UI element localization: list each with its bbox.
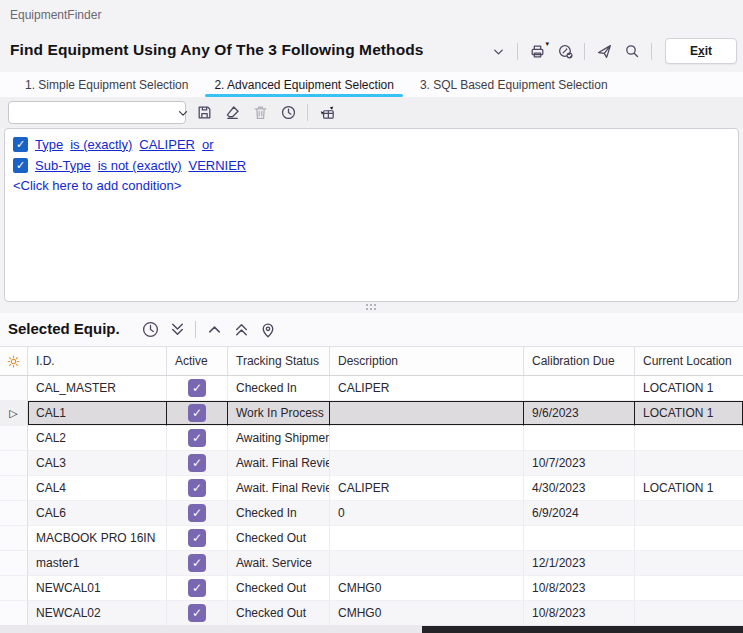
tab-3[interactable]: 3. SQL Based Equipment Selection xyxy=(407,72,621,97)
table-corner-cell[interactable] xyxy=(0,347,28,375)
cell-tracking-status: Checked In xyxy=(228,376,330,401)
active-checkbox[interactable]: ✓ xyxy=(188,529,206,547)
column-header[interactable]: Calibration Due xyxy=(524,347,635,375)
horizontal-scrollbar-thumb[interactable] xyxy=(422,626,743,633)
column-header[interactable]: I.D. xyxy=(28,347,167,375)
tab-2[interactable]: 2. Advanced Equipment Selection xyxy=(201,72,406,97)
row-header-cell[interactable] xyxy=(0,526,28,551)
table-row[interactable]: master1✓Await. Service12/1/2023 xyxy=(0,551,743,576)
cell-id: master1 xyxy=(28,551,167,576)
active-checkbox[interactable]: ✓ xyxy=(188,404,206,422)
splitter-grip-icon[interactable] xyxy=(366,304,378,312)
tab-label: 3. SQL Based Equipment Selection xyxy=(420,78,608,92)
condition-checkbox[interactable]: ✓ xyxy=(13,137,28,152)
row-header-cell[interactable] xyxy=(0,476,28,501)
trash-icon[interactable] xyxy=(248,101,272,125)
double-chevron-up-icon[interactable] xyxy=(229,318,253,342)
row-header-cell[interactable] xyxy=(0,576,28,601)
row-header-cell[interactable]: ▷ xyxy=(0,401,28,426)
column-header[interactable]: Description xyxy=(330,347,524,375)
active-checkbox[interactable]: ✓ xyxy=(188,554,206,572)
save-icon[interactable] xyxy=(192,101,216,125)
active-checkbox[interactable]: ✓ xyxy=(188,429,206,447)
row-header-cell[interactable] xyxy=(0,376,28,401)
history-clock-icon[interactable] xyxy=(276,101,300,125)
condition-toolbar xyxy=(0,97,743,128)
print-icon[interactable]: ▾ xyxy=(525,39,549,63)
print-dropdown-icon[interactable]: ▾ xyxy=(545,40,549,47)
table-row[interactable]: CAL6✓Checked In06/9/2024 xyxy=(0,501,743,526)
selected-equip-bar: Selected Equip. xyxy=(0,313,743,346)
cell-current-location xyxy=(635,426,743,451)
cell-calibration-due xyxy=(524,376,635,401)
cell-calibration-due: 6/9/2024 xyxy=(524,501,635,526)
active-checkbox[interactable]: ✓ xyxy=(188,479,206,497)
saved-filter-input[interactable] xyxy=(9,106,176,120)
table-row[interactable]: CAL2✓Awaiting Shipment xyxy=(0,426,743,451)
condition-connector-link[interactable]: or xyxy=(202,137,214,152)
search-icon[interactable] xyxy=(620,39,644,63)
table-row[interactable]: MACBOOK PRO 16IN✓Checked Out xyxy=(0,526,743,551)
cell-tracking-status: Awaiting Shipment xyxy=(228,426,330,451)
condition-field-link[interactable]: Type xyxy=(35,137,63,152)
cell-calibration-due: 12/1/2023 xyxy=(524,551,635,576)
header-row: Find Equipment Using Any Of The 3 Follow… xyxy=(0,30,743,72)
separator xyxy=(195,321,196,338)
add-condition-link[interactable]: <Click here to add condition> xyxy=(13,176,730,196)
cell-active: ✓ xyxy=(167,426,228,451)
tab-1[interactable]: 1. Simple Equipment Selection xyxy=(12,72,201,97)
cell-active: ✓ xyxy=(167,576,228,601)
tab-label: 2. Advanced Equipment Selection xyxy=(214,78,393,92)
column-header[interactable]: Current Location xyxy=(635,347,743,375)
history-clock-icon[interactable] xyxy=(138,318,162,342)
select-grid-icon[interactable] xyxy=(315,101,339,125)
table-row[interactable]: CAL_MASTER✓Checked InCALIPERLOCATION 1 xyxy=(0,376,743,401)
cell-description: 0 xyxy=(330,501,524,526)
column-header[interactable]: Tracking Status xyxy=(228,347,330,375)
saved-filter-combobox[interactable] xyxy=(8,101,186,124)
location-pin-icon[interactable] xyxy=(256,318,280,342)
condition-value-link[interactable]: VERNIER xyxy=(188,158,246,173)
row-header-cell[interactable] xyxy=(0,601,28,626)
tab-label: 1. Simple Equipment Selection xyxy=(25,78,188,92)
row-header-cell[interactable] xyxy=(0,451,28,476)
combo-chevron-down-icon[interactable] xyxy=(176,106,190,120)
table-row[interactable]: CAL4✓Await. Final ReviewCALIPER4/30/2023… xyxy=(0,476,743,501)
equipment-table: I.D.ActiveTracking StatusDescriptionCali… xyxy=(0,346,743,625)
condition-value-link[interactable]: CALIPER xyxy=(139,137,195,152)
active-checkbox[interactable]: ✓ xyxy=(188,454,206,472)
cell-id: MACBOOK PRO 16IN xyxy=(28,526,167,551)
active-checkbox[interactable]: ✓ xyxy=(188,504,206,522)
table-row[interactable]: CAL3✓Await. Final Review10/7/2023 xyxy=(0,451,743,476)
condition-operator-link[interactable]: is (exactly) xyxy=(70,137,132,152)
splitter[interactable] xyxy=(0,302,743,313)
column-header[interactable]: Active xyxy=(167,347,228,375)
condition-checkbox[interactable]: ✓ xyxy=(13,158,28,173)
condition-field-link[interactable]: Sub-Type xyxy=(35,158,91,173)
double-chevron-down-icon[interactable] xyxy=(165,318,189,342)
active-checkbox[interactable]: ✓ xyxy=(188,604,206,622)
row-header-cell[interactable] xyxy=(0,426,28,451)
row-header-cell[interactable] xyxy=(0,551,28,576)
cell-description xyxy=(330,426,524,451)
table-row[interactable]: NEWCAL02✓Checked OutCMHG010/8/2023 xyxy=(0,601,743,626)
cell-active: ✓ xyxy=(167,476,228,501)
eraser-icon[interactable] xyxy=(220,101,244,125)
apply-check-icon[interactable] xyxy=(553,39,577,63)
send-icon[interactable] xyxy=(592,39,616,63)
cell-description xyxy=(330,451,524,476)
cell-description xyxy=(330,401,524,426)
cell-description xyxy=(330,551,524,576)
active-checkbox[interactable]: ✓ xyxy=(188,379,206,397)
cell-calibration-due: 4/30/2023 xyxy=(524,476,635,501)
exit-button[interactable]: Exit xyxy=(665,38,737,64)
chevron-down-icon[interactable] xyxy=(486,39,510,63)
chevron-up-icon[interactable] xyxy=(202,318,226,342)
table-row[interactable]: ▷CAL1✓Work In Process9/6/2023LOCATION 1 xyxy=(0,401,743,426)
condition-operator-link[interactable]: is not (exactly) xyxy=(98,158,182,173)
cell-description xyxy=(330,526,524,551)
horizontal-scrollbar[interactable] xyxy=(0,625,743,633)
active-checkbox[interactable]: ✓ xyxy=(188,579,206,597)
table-row[interactable]: NEWCAL01✓Checked OutCMHG010/8/2023 xyxy=(0,576,743,601)
row-header-cell[interactable] xyxy=(0,501,28,526)
